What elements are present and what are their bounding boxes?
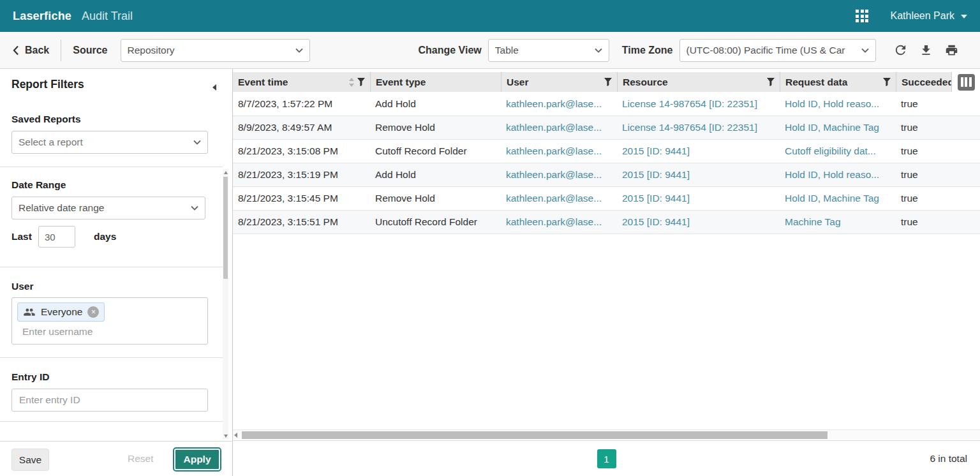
date-range-select[interactable]: Relative date range <box>11 197 205 219</box>
cell-request-data-link[interactable]: Cutoff eligibility dat... <box>780 140 896 163</box>
column-label: Request data <box>785 77 847 88</box>
entry-id-input[interactable] <box>11 389 208 412</box>
brand-logo: Laserfiche <box>13 10 71 23</box>
column-label: Succeeded <box>902 77 951 88</box>
column-header-request-data[interactable]: Request data <box>780 72 896 92</box>
chip-label: Everyone <box>41 306 82 318</box>
section-divider <box>0 421 223 422</box>
table-row[interactable]: 8/7/2023, 1:57:22 PM Add Hold kathleen.p… <box>233 93 980 116</box>
section-divider <box>0 357 223 358</box>
cell-event-type: Uncutoff Record Folder <box>370 211 501 234</box>
cell-user-link[interactable]: kathleen.park@lase... <box>501 163 617 186</box>
source-select[interactable]: Repository <box>121 39 310 62</box>
scrollbar-thumb[interactable] <box>223 177 228 279</box>
cell-user-link[interactable]: kathleen.park@lase... <box>501 93 617 115</box>
table-body: 8/7/2023, 1:57:22 PM Add Hold kathleen.p… <box>233 93 980 234</box>
change-view-value: Table <box>495 45 595 56</box>
scroll-left-icon[interactable] <box>234 432 241 438</box>
cell-user-link[interactable]: kathleen.park@lase... <box>501 211 617 234</box>
apply-button[interactable]: Apply <box>174 449 220 470</box>
scroll-down-icon[interactable] <box>223 433 228 439</box>
page-1-button[interactable]: 1 <box>597 449 616 468</box>
cell-succeeded: true <box>896 93 951 115</box>
saved-reports-select[interactable]: Select a report <box>11 131 208 154</box>
user-menu[interactable]: Kathleen Park <box>890 10 967 22</box>
change-view-select[interactable]: Table <box>488 39 609 62</box>
last-days-input[interactable] <box>38 226 75 248</box>
column-header-user[interactable]: User <box>501 72 617 92</box>
filter-icon[interactable] <box>604 78 612 86</box>
toolbar-divider <box>61 40 61 61</box>
collapse-panel-icon[interactable] <box>212 84 216 91</box>
cell-resource-link[interactable]: License 14-987654 [ID: 22351] <box>617 93 780 115</box>
column-label: User <box>507 77 528 88</box>
section-divider <box>0 267 223 267</box>
column-chooser-icon[interactable] <box>958 74 975 91</box>
section-divider <box>0 167 223 167</box>
users-icon <box>23 308 36 317</box>
timezone-label: Time Zone <box>622 45 673 56</box>
toolbar: Back Source Repository Change View Table… <box>0 32 980 69</box>
cell-resource-link[interactable]: 2015 [ID: 9441] <box>617 163 780 186</box>
cell-request-data-link[interactable]: Hold ID, Machine Tag <box>780 116 896 139</box>
column-header-event-time[interactable]: Event time <box>233 72 370 92</box>
column-header-succeeded[interactable]: Succeeded <box>896 72 951 92</box>
back-button[interactable]: Back <box>13 45 49 56</box>
cell-request-data-link[interactable]: Hold ID, Hold reaso... <box>780 93 896 115</box>
cell-request-data-link[interactable]: Machine Tag <box>780 211 896 234</box>
cell-event-time: 8/21/2023, 3:15:08 PM <box>233 140 370 163</box>
table-row[interactable]: 8/21/2023, 3:15:08 PM Cutoff Record Fold… <box>233 140 980 163</box>
date-range-label: Date Range <box>11 179 66 191</box>
cell-request-data-link[interactable]: Hold ID, Hold reaso... <box>780 163 896 186</box>
cell-event-time: 8/21/2023, 3:15:45 PM <box>233 187 370 210</box>
cell-resource-link[interactable]: 2015 [ID: 9441] <box>617 140 780 163</box>
save-button[interactable]: Save <box>11 449 49 471</box>
cell-resource-link[interactable]: 2015 [ID: 9441] <box>617 211 780 234</box>
scroll-up-icon[interactable] <box>223 169 228 175</box>
horizontal-scrollbar[interactable] <box>233 429 980 440</box>
table-row[interactable]: 8/21/2023, 3:15:45 PM Remove Hold kathle… <box>233 187 980 211</box>
cell-user-link[interactable]: kathleen.park@lase... <box>501 140 617 163</box>
download-icon[interactable] <box>918 42 935 59</box>
cell-user-link[interactable]: kathleen.park@lase... <box>501 187 617 210</box>
total-count: 6 in total <box>930 453 967 465</box>
cell-resource-link[interactable]: 2015 [ID: 9441] <box>617 187 780 210</box>
filter-icon[interactable] <box>767 78 775 86</box>
username-input[interactable]: Enter username <box>22 326 93 338</box>
source-label: Source <box>73 45 107 56</box>
cell-succeeded: true <box>896 116 951 139</box>
column-header-event-type[interactable]: Event type <box>370 72 501 92</box>
sidebar-scrollbar[interactable] <box>223 169 228 439</box>
app-launcher-icon[interactable] <box>856 10 868 22</box>
filter-icon[interactable] <box>883 78 891 86</box>
cell-user-link[interactable]: kathleen.park@lase... <box>501 116 617 139</box>
user-chip-everyone[interactable]: Everyone × <box>17 302 105 322</box>
reset-button[interactable]: Reset <box>128 453 154 465</box>
chevron-down-icon <box>193 140 201 145</box>
chip-close-icon[interactable]: × <box>87 306 99 318</box>
cell-event-type: Add Hold <box>370 93 501 115</box>
print-icon[interactable] <box>944 42 960 59</box>
cell-resource-link[interactable]: License 14-987654 [ID: 22351] <box>617 116 780 139</box>
audit-table-region: Event time Event type User Resource <box>233 69 980 476</box>
source-value: Repository <box>128 45 295 56</box>
change-view-label: Change View <box>419 45 482 56</box>
user-filter-label: User <box>11 281 33 292</box>
user-filter-box[interactable]: Everyone × Enter username <box>11 297 208 345</box>
refresh-icon[interactable] <box>893 42 909 59</box>
table-row[interactable]: 8/9/2023, 8:49:57 AM Remove Hold kathlee… <box>233 116 980 140</box>
sort-icon[interactable] <box>348 77 355 87</box>
chevron-down-icon <box>295 48 303 53</box>
column-label: Event type <box>376 77 426 88</box>
filter-icon[interactable] <box>357 78 365 86</box>
chevron-down-icon <box>861 48 869 53</box>
column-header-resource[interactable]: Resource <box>617 72 780 92</box>
table-row[interactable]: 8/21/2023, 3:15:19 PM Add Hold kathleen.… <box>233 163 980 187</box>
chevron-down-icon <box>191 205 198 211</box>
timezone-select[interactable]: (UTC-08:00) Pacific Time (US & Car <box>679 39 876 62</box>
pagination-bar: 1 6 in total <box>233 440 980 476</box>
table-row[interactable]: 8/21/2023, 3:15:51 PM Uncutoff Record Fo… <box>233 211 980 234</box>
cell-request-data-link[interactable]: Hold ID, Machine Tag <box>780 187 896 210</box>
scrollbar-thumb[interactable] <box>242 431 828 439</box>
page-title: Audit Trail <box>82 10 133 23</box>
